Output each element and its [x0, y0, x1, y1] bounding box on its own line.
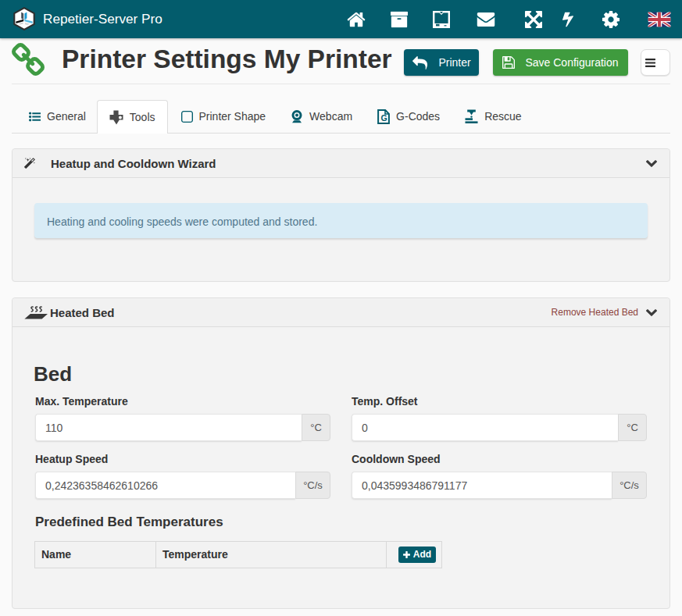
svg-text:G: G	[380, 112, 387, 122]
